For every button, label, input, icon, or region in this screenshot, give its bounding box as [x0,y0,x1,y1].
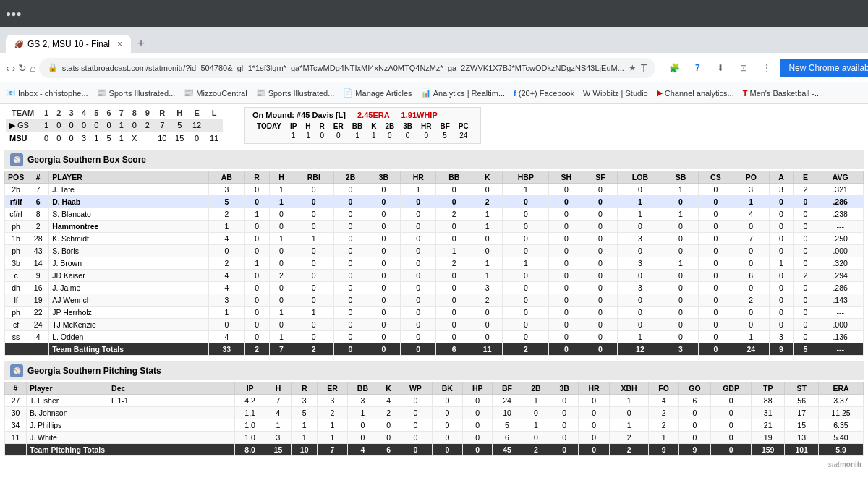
reload-button[interactable]: ↻ [18,58,27,78]
baseball-icon: ⚾ [10,153,23,166]
sb-col: SB [663,171,698,184]
batting-row: 1b28K. Schmidt401100000000300700.250 [5,233,864,245]
wp-col: WP [399,382,432,395]
pbb-col: BB [347,382,378,395]
inning-2-header: 2 [53,107,65,119]
back-button[interactable]: ‹ [6,58,9,78]
go-col: GO [678,382,710,395]
pitching-row: 34J. Phillips1.0111000005100120021156.35 [5,419,864,432]
pitching-row: 30B. Johnson1.145212000100000200311711.2… [5,407,864,419]
tab-close[interactable]: × [117,39,122,49]
mound-info: On Mound: #45 Davis [L] 2.45ERA 1.91WHIP… [244,107,481,144]
bookmark-mizzou[interactable]: 📰MizzouCentral [184,88,247,98]
batting-row: ph22JP Herrholz101100000000000000--- [5,307,864,319]
split-screen-button[interactable]: ⊡ [733,58,754,78]
msu-errors: 0 [188,132,205,144]
num-col: # [27,171,49,184]
bookmark-si2[interactable]: 📰Sports Illustrated... [256,88,335,98]
inning-4-header: 4 [77,107,90,119]
p-num-col: # [5,382,27,395]
bookmark-analytics[interactable]: 📊Analytics | Realtim... [421,88,505,98]
pitching-header-row: # Player Dec IP H R ER BB K WP BK HP BF … [5,382,864,395]
browser-chrome: ●●● [0,0,868,27]
msu-inn1: 0 [40,132,52,144]
gs-lob [205,119,223,132]
gs-inn5: 0 [90,119,103,132]
batting-row: 2b7J. Tate301000100100010332.321 [5,184,864,196]
score-section: TEAM 1 2 3 4 5 6 7 8 9 R H E L [0,104,868,147]
batting-section: ⚾ Georgia Southern Box Score POS # PLAYE… [4,150,864,356]
ip-col: IP [235,382,265,395]
new-chrome-button[interactable]: New Chrome available : [780,59,868,77]
batting-row: ss4L. Odden401000000000100130.136 [5,331,864,343]
p-player-col: Player [27,382,109,395]
batting-row: rf/lf6D. Haab501000002000100100.286 [5,196,864,208]
active-tab[interactable]: 🏈 GS 2, MSU 10 - Final × [6,35,131,53]
gs-hits: 5 [171,119,188,132]
menu-button[interactable]: ⋮ [757,58,777,78]
msu-score-row: MSU 0 0 0 3 1 5 1 X 10 15 0 11 [6,132,223,144]
gs-errors: 12 [188,119,205,132]
hp-col: HP [463,382,493,395]
hits-header: H [171,107,188,119]
profile-button[interactable]: 7 [687,58,707,78]
msu-inn2: 0 [53,132,65,144]
pk-col: K [378,382,399,395]
er-col: ER [318,382,347,395]
batting-row: cf24TJ McKenzie000000000000000000.000 [5,319,864,331]
rbi-col: RBI [294,171,334,184]
bookmark-facebook[interactable]: f(20+) Facebook [514,89,574,98]
bookmark-wibbitz[interactable]: WWibbitz | Studio [583,89,648,98]
batting-row: c9JD Kaiser402000001000000602.294 [5,270,864,282]
inning-8-header: 8 [127,107,141,119]
batting-row: dh16J. Jaime400000003000300000.286 [5,282,864,294]
footer: statmonitr [0,459,868,470]
batting-row: ph43S. Boris000000010000000000.000 [5,245,864,257]
lob-header: L [205,107,223,119]
pitching-stats-table: # Player Dec IP H R ER BB K WP BK HP BF … [4,382,864,456]
mound-stats-table: TODAY IP H R ER BB K 2B 3B HR BF PC [252,121,473,140]
msu-inn9 [141,132,153,144]
batting-section-header: ⚾ Georgia Southern Box Score [4,150,864,169]
sf-col: SF [584,171,617,184]
tp-col: TP [751,382,785,395]
bookmark-si1[interactable]: 📰Sports Illustrated... [97,88,176,98]
phr-col: HR [579,382,609,395]
msu-team-name: MSU [6,132,40,144]
pitching-row: 27T. FisherL 1-14.2733340002410014608856… [5,395,864,407]
bookmark-inbox[interactable]: 📧Inbox - christophe... [6,88,88,98]
batting-totals-row: Team Batting Totals332720006112001230249… [5,343,864,356]
gs-inn1: 1 [40,119,52,132]
msu-runs: 10 [153,132,171,144]
home-button[interactable]: ⌂ [30,58,35,78]
new-tab-button[interactable]: + [131,33,151,53]
ab-col: AB [209,171,245,184]
forward-button[interactable]: › [12,58,16,78]
hbp-col: HBP [503,171,549,184]
team-col-header: TEAM [6,107,40,119]
ph-col: H [265,382,291,395]
xbh-col: XBH [609,382,649,395]
pitching-section-header: ⚾ Georgia Southern Pitching Stats [4,361,864,380]
bk-col: BK [432,382,462,395]
cs-col: CS [698,171,733,184]
address-bar[interactable]: 🔒 stats.statbroadcast.com/statmonitr/?id… [39,58,656,78]
downloads-button[interactable]: ⬇ [710,58,731,78]
gs-inn7: 1 [115,119,127,132]
p2b-col: 2B [522,382,550,395]
pos-col: POS [5,171,27,184]
h-col: H [269,171,294,184]
pr-col: R [292,382,318,395]
bookmark-channel[interactable]: ▶Channel analytics... [657,88,734,98]
st-col: ST [785,382,819,395]
msu-inn3: 0 [65,132,77,144]
bookmark-basketball[interactable]: TMen's Basketball -... [743,89,821,98]
gs-inn3: 0 [65,119,77,132]
bookmark-manage[interactable]: 📄Manage Articles [343,88,412,98]
extensions-button[interactable]: 🧩 [664,58,684,78]
gs-score-row: ▶ GS 1 0 0 0 0 0 1 0 2 7 5 12 [6,119,223,132]
msu-inn7: 1 [115,132,127,144]
inning-6-header: 6 [103,107,115,119]
gs-inn2: 0 [53,119,65,132]
gs-team-name: ▶ GS [6,119,40,132]
